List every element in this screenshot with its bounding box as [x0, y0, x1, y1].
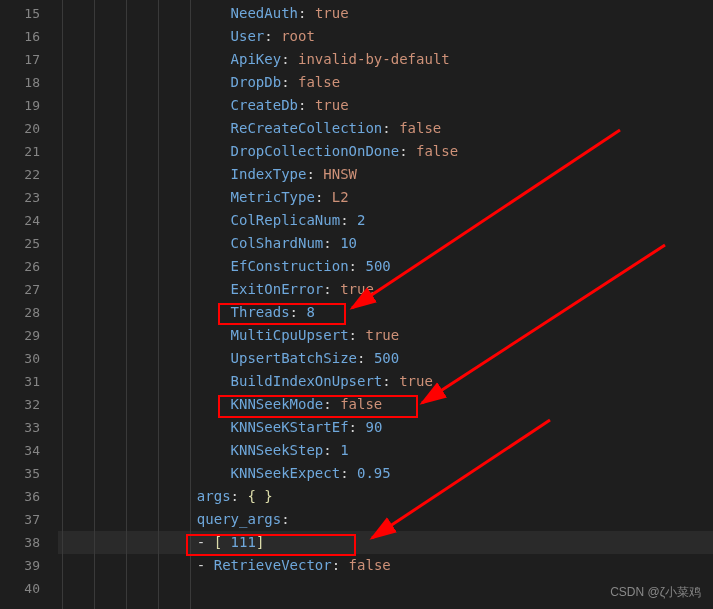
code-line[interactable]: MultiCpuUpsert: true	[58, 324, 713, 347]
line-number: 24	[0, 209, 58, 232]
line-number: 15	[0, 2, 58, 25]
line-number: 34	[0, 439, 58, 462]
line-number: 37	[0, 508, 58, 531]
line-number: 21	[0, 140, 58, 163]
line-number: 33	[0, 416, 58, 439]
code-line[interactable]: query_args:	[58, 508, 713, 531]
code-line[interactable]: KNNSeekStep: 1	[58, 439, 713, 462]
code-line[interactable]: - [ 111]	[58, 531, 713, 554]
line-number: 32	[0, 393, 58, 416]
line-gutter: 1516171819202122232425262728293031323334…	[0, 0, 58, 609]
line-number: 31	[0, 370, 58, 393]
watermark: CSDN @ζ小菜鸡	[610, 584, 701, 601]
code-line[interactable]: NeedAuth: true	[58, 2, 713, 25]
line-number: 29	[0, 324, 58, 347]
code-line[interactable]: ApiKey: invalid-by-default	[58, 48, 713, 71]
line-number: 39	[0, 554, 58, 577]
code-line[interactable]: CreateDb: true	[58, 94, 713, 117]
code-line[interactable]: User: root	[58, 25, 713, 48]
code-line[interactable]: ExitOnError: true	[58, 278, 713, 301]
line-number: 27	[0, 278, 58, 301]
code-area[interactable]: NeedAuth: true User: root ApiKey: invali…	[58, 0, 713, 609]
line-number: 26	[0, 255, 58, 278]
code-line[interactable]: ReCreateCollection: false	[58, 117, 713, 140]
line-number: 35	[0, 462, 58, 485]
line-number: 30	[0, 347, 58, 370]
line-number: 18	[0, 71, 58, 94]
line-number: 23	[0, 186, 58, 209]
code-line[interactable]: Threads: 8	[58, 301, 713, 324]
line-number: 19	[0, 94, 58, 117]
code-line[interactable]: EfConstruction: 500	[58, 255, 713, 278]
line-number: 28	[0, 301, 58, 324]
line-number: 25	[0, 232, 58, 255]
line-number: 17	[0, 48, 58, 71]
code-line[interactable]: IndexType: HNSW	[58, 163, 713, 186]
code-line[interactable]: BuildIndexOnUpsert: true	[58, 370, 713, 393]
code-line[interactable]: DropDb: false	[58, 71, 713, 94]
line-number: 22	[0, 163, 58, 186]
code-line[interactable]: - RetrieveVector: false	[58, 554, 713, 577]
code-line[interactable]: args: { }	[58, 485, 713, 508]
line-number: 40	[0, 577, 58, 600]
line-number: 36	[0, 485, 58, 508]
code-line[interactable]: ColReplicaNum: 2	[58, 209, 713, 232]
code-line[interactable]: UpsertBatchSize: 500	[58, 347, 713, 370]
code-editor: 1516171819202122232425262728293031323334…	[0, 0, 713, 609]
code-line[interactable]: KNNSeeKStartEf: 90	[58, 416, 713, 439]
line-number: 16	[0, 25, 58, 48]
line-number: 38	[0, 531, 58, 554]
code-line[interactable]: MetricType: L2	[58, 186, 713, 209]
code-line[interactable]: KNNSeekMode: false	[58, 393, 713, 416]
code-line[interactable]: ColShardNum: 10	[58, 232, 713, 255]
line-number: 20	[0, 117, 58, 140]
code-line[interactable]: DropCollectionOnDone: false	[58, 140, 713, 163]
code-line[interactable]: KNNSeekExpect: 0.95	[58, 462, 713, 485]
